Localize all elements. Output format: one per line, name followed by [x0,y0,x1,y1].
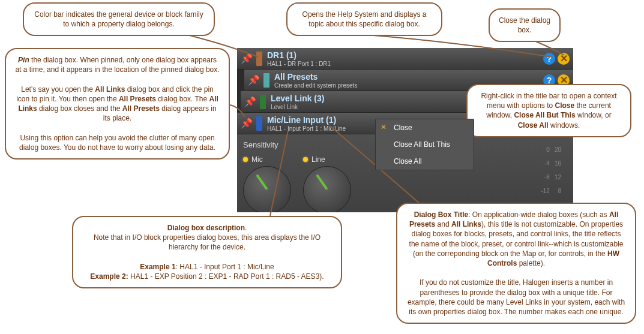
callout-close: Close the dialog box. [489,8,561,42]
pin-icon[interactable]: 📌 [241,53,253,65]
callout-colorbar: Color bar indicates the general device o… [23,2,215,36]
colorbar-icon [263,73,269,88]
callout-help: Opens the Help System and displays a top… [286,2,442,36]
dialog-title: All Presets [274,72,543,82]
context-menu-close-all-but-this[interactable]: Close All But This [376,136,474,153]
dialog-subtitle: HAL1 - DR Port 1 : DR1 [267,61,543,67]
mic-label: Mic [251,155,263,164]
pin-para-3: Using this option can help you avoid the… [14,133,220,152]
title-block: DR1 (1) HAL1 - DR Port 1 : DR1 [267,50,543,67]
mic-dial[interactable] [243,166,291,212]
mic-dial-group: Mic dB [243,155,291,212]
text: Opens the Help System and displays a top… [302,10,427,28]
pin-para-2: Let's say you open the All Links dialog … [14,85,220,124]
dialog-title: DR1 (1) [267,50,543,60]
pin-icon[interactable]: 📌 [244,96,256,108]
dialog-header-dr1[interactable]: 📌 DR1 (1) HAL1 - DR Port 1 : DR1 ? ✕ [237,48,573,70]
colorbar-icon [256,52,262,66]
callout-description: Dialog box description. Note that in I/O… [72,216,342,288]
colorbar-icon [256,116,262,131]
help-button[interactable]: ? [543,53,555,65]
context-menu-close[interactable]: Close [376,119,474,136]
line-dial[interactable] [303,166,351,212]
meter-scale: 0 -4 -8 -12 20 16 12 8 [541,146,561,194]
line-dial-group: Line dB [303,155,351,212]
pin-icon[interactable]: 📌 [248,74,260,86]
text: Color bar indicates the general device o… [34,10,203,28]
pin-para-1: Pin the dialog box. When pinned, only on… [14,55,220,74]
callout-pin: Pin the dialog box. When pinned, only on… [5,48,230,160]
context-menu-close-all[interactable]: Close All [376,153,474,170]
led-icon [243,157,248,162]
colorbar-icon [260,95,266,109]
callout-title: Dialog Box Title: On application-wide di… [396,203,636,324]
line-label: Line [311,155,325,164]
text: Close the dialog box. [499,16,550,34]
callout-rightclick: Right-click in the title bar to open a c… [466,84,631,137]
close-button[interactable]: ✕ [558,53,570,65]
context-menu: Close Close All But This Close All [375,119,474,170]
led-icon [303,157,308,162]
pin-icon[interactable]: 📌 [241,118,253,130]
